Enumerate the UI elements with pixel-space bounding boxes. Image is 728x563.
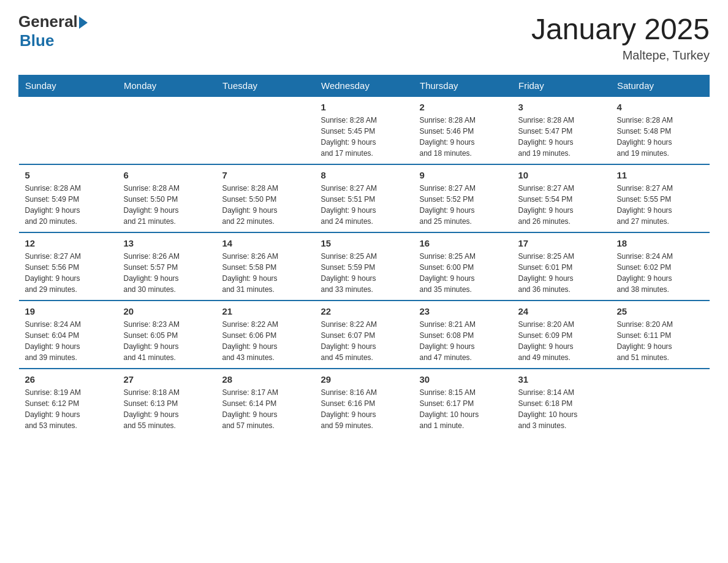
calendar-week-5: 26Sunrise: 8:19 AM Sunset: 6:12 PM Dayli… (19, 369, 710, 436)
calendar-cell: 14Sunrise: 8:26 AM Sunset: 5:58 PM Dayli… (216, 232, 315, 301)
day-info: Sunrise: 8:25 AM Sunset: 6:01 PM Dayligh… (518, 251, 605, 295)
calendar-body: 1Sunrise: 8:28 AM Sunset: 5:45 PM Daylig… (19, 96, 710, 436)
day-info: Sunrise: 8:28 AM Sunset: 5:46 PM Dayligh… (420, 115, 506, 159)
calendar-cell: 30Sunrise: 8:15 AM Sunset: 6:17 PM Dayli… (414, 369, 512, 436)
day-info: Sunrise: 8:17 AM Sunset: 6:14 PM Dayligh… (222, 387, 309, 431)
day-info: Sunrise: 8:27 AM Sunset: 5:55 PM Dayligh… (617, 183, 703, 227)
day-info: Sunrise: 8:25 AM Sunset: 5:59 PM Dayligh… (321, 251, 408, 295)
calendar-title: January 2025 (531, 12, 710, 46)
calendar-cell: 4Sunrise: 8:28 AM Sunset: 5:48 PM Daylig… (611, 96, 710, 164)
day-number: 7 (222, 170, 309, 180)
day-info: Sunrise: 8:27 AM Sunset: 5:51 PM Dayligh… (321, 183, 408, 227)
day-number: 31 (518, 374, 605, 385)
calendar-cell: 19Sunrise: 8:24 AM Sunset: 6:04 PM Dayli… (19, 301, 118, 369)
calendar-cell: 22Sunrise: 8:22 AM Sunset: 6:07 PM Dayli… (315, 301, 414, 369)
calendar-cell: 21Sunrise: 8:22 AM Sunset: 6:06 PM Dayli… (216, 301, 315, 369)
day-number: 28 (222, 374, 309, 385)
calendar-cell: 11Sunrise: 8:27 AM Sunset: 5:55 PM Dayli… (611, 164, 710, 232)
day-info: Sunrise: 8:21 AM Sunset: 6:08 PM Dayligh… (420, 319, 506, 363)
day-info: Sunrise: 8:18 AM Sunset: 6:13 PM Dayligh… (124, 387, 210, 431)
day-number: 12 (25, 238, 112, 248)
logo-blue-text: Blue (20, 31, 54, 50)
day-info: Sunrise: 8:14 AM Sunset: 6:18 PM Dayligh… (518, 387, 605, 431)
calendar-cell: 8Sunrise: 8:27 AM Sunset: 5:51 PM Daylig… (315, 164, 414, 232)
header-sunday: Sunday (19, 75, 118, 97)
day-number: 19 (25, 306, 112, 316)
logo: General Blue (18, 12, 88, 50)
day-info: Sunrise: 8:28 AM Sunset: 5:49 PM Dayligh… (25, 183, 112, 227)
day-number: 5 (25, 170, 112, 180)
calendar-cell: 7Sunrise: 8:28 AM Sunset: 5:50 PM Daylig… (216, 164, 315, 232)
calendar-cell (118, 96, 216, 164)
day-info: Sunrise: 8:26 AM Sunset: 5:57 PM Dayligh… (124, 251, 210, 295)
header-thursday: Thursday (414, 75, 512, 97)
day-number: 15 (321, 238, 408, 248)
calendar-cell: 23Sunrise: 8:21 AM Sunset: 6:08 PM Dayli… (414, 301, 512, 369)
title-section: January 2025 Maltepe, Turkey (531, 12, 710, 63)
day-number: 25 (617, 306, 703, 316)
day-number: 17 (518, 238, 605, 248)
calendar-cell: 17Sunrise: 8:25 AM Sunset: 6:01 PM Dayli… (512, 232, 611, 301)
day-info: Sunrise: 8:27 AM Sunset: 5:54 PM Dayligh… (518, 183, 605, 227)
calendar-cell: 16Sunrise: 8:25 AM Sunset: 6:00 PM Dayli… (414, 232, 512, 301)
calendar-cell: 29Sunrise: 8:16 AM Sunset: 6:16 PM Dayli… (315, 369, 414, 436)
day-number: 2 (420, 102, 506, 112)
calendar-cell: 12Sunrise: 8:27 AM Sunset: 5:56 PM Dayli… (19, 232, 118, 301)
day-number: 27 (124, 374, 210, 385)
logo-arrow-icon (79, 17, 88, 29)
day-number: 14 (222, 238, 309, 248)
day-number: 6 (124, 170, 210, 180)
day-info: Sunrise: 8:24 AM Sunset: 6:02 PM Dayligh… (617, 251, 703, 295)
day-info: Sunrise: 8:15 AM Sunset: 6:17 PM Dayligh… (420, 387, 506, 431)
header-monday: Monday (118, 75, 216, 97)
day-info: Sunrise: 8:25 AM Sunset: 6:00 PM Dayligh… (420, 251, 506, 295)
logo-general-text: General (18, 12, 78, 31)
day-info: Sunrise: 8:22 AM Sunset: 6:06 PM Dayligh… (222, 319, 309, 363)
day-number: 26 (25, 374, 112, 385)
calendar-subtitle: Maltepe, Turkey (531, 48, 710, 63)
day-info: Sunrise: 8:20 AM Sunset: 6:11 PM Dayligh… (617, 319, 703, 363)
day-number: 8 (321, 170, 408, 180)
calendar-cell: 20Sunrise: 8:23 AM Sunset: 6:05 PM Dayli… (118, 301, 216, 369)
calendar-week-3: 12Sunrise: 8:27 AM Sunset: 5:56 PM Dayli… (19, 232, 710, 301)
day-info: Sunrise: 8:28 AM Sunset: 5:47 PM Dayligh… (518, 115, 605, 159)
day-info: Sunrise: 8:26 AM Sunset: 5:58 PM Dayligh… (222, 251, 309, 295)
day-number: 22 (321, 306, 408, 316)
calendar-cell (19, 96, 118, 164)
day-number: 30 (420, 374, 506, 385)
day-info: Sunrise: 8:28 AM Sunset: 5:50 PM Dayligh… (124, 183, 210, 227)
calendar-cell: 27Sunrise: 8:18 AM Sunset: 6:13 PM Dayli… (118, 369, 216, 436)
calendar-cell (216, 96, 315, 164)
calendar-cell: 1Sunrise: 8:28 AM Sunset: 5:45 PM Daylig… (315, 96, 414, 164)
day-number: 13 (124, 238, 210, 248)
calendar-week-1: 1Sunrise: 8:28 AM Sunset: 5:45 PM Daylig… (19, 96, 710, 164)
day-number: 18 (617, 238, 703, 248)
day-info: Sunrise: 8:23 AM Sunset: 6:05 PM Dayligh… (124, 319, 210, 363)
day-info: Sunrise: 8:27 AM Sunset: 5:52 PM Dayligh… (420, 183, 506, 227)
day-info: Sunrise: 8:16 AM Sunset: 6:16 PM Dayligh… (321, 387, 408, 431)
day-info: Sunrise: 8:22 AM Sunset: 6:07 PM Dayligh… (321, 319, 408, 363)
day-number: 23 (420, 306, 506, 316)
calendar-cell: 2Sunrise: 8:28 AM Sunset: 5:46 PM Daylig… (414, 96, 512, 164)
calendar-cell: 31Sunrise: 8:14 AM Sunset: 6:18 PM Dayli… (512, 369, 611, 436)
calendar-week-4: 19Sunrise: 8:24 AM Sunset: 6:04 PM Dayli… (19, 301, 710, 369)
day-number: 3 (518, 102, 605, 112)
calendar-cell: 13Sunrise: 8:26 AM Sunset: 5:57 PM Dayli… (118, 232, 216, 301)
calendar-cell: 10Sunrise: 8:27 AM Sunset: 5:54 PM Dayli… (512, 164, 611, 232)
page-header: General Blue January 2025 Maltepe, Turke… (18, 12, 710, 63)
day-number: 4 (617, 102, 703, 112)
day-info: Sunrise: 8:27 AM Sunset: 5:56 PM Dayligh… (25, 251, 112, 295)
header-tuesday: Tuesday (216, 75, 315, 97)
calendar-cell: 26Sunrise: 8:19 AM Sunset: 6:12 PM Dayli… (19, 369, 118, 436)
calendar-cell: 6Sunrise: 8:28 AM Sunset: 5:50 PM Daylig… (118, 164, 216, 232)
day-number: 29 (321, 374, 408, 385)
header-friday: Friday (512, 75, 611, 97)
calendar-cell: 28Sunrise: 8:17 AM Sunset: 6:14 PM Dayli… (216, 369, 315, 436)
day-number: 1 (321, 102, 408, 112)
calendar-cell: 5Sunrise: 8:28 AM Sunset: 5:49 PM Daylig… (19, 164, 118, 232)
calendar-cell: 24Sunrise: 8:20 AM Sunset: 6:09 PM Dayli… (512, 301, 611, 369)
calendar-table: SundayMondayTuesdayWednesdayThursdayFrid… (18, 75, 710, 436)
calendar-cell: 15Sunrise: 8:25 AM Sunset: 5:59 PM Dayli… (315, 232, 414, 301)
day-number: 10 (518, 170, 605, 180)
day-info: Sunrise: 8:28 AM Sunset: 5:50 PM Dayligh… (222, 183, 309, 227)
